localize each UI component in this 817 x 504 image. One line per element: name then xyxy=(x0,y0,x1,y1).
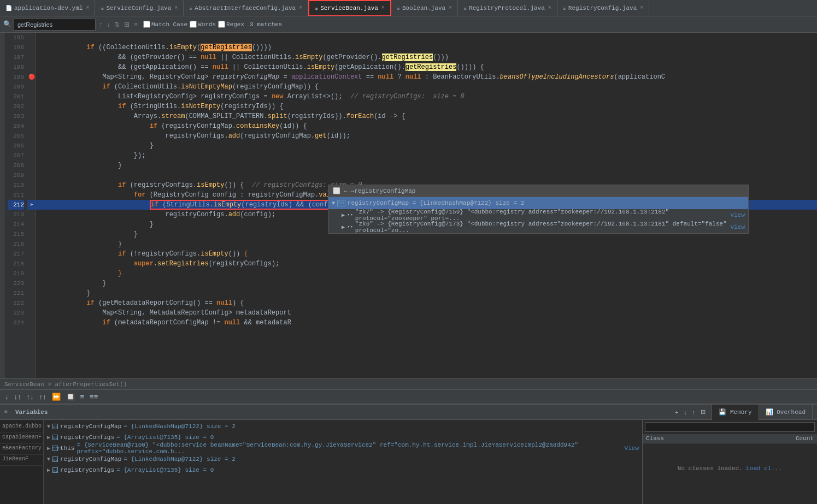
tab-boolean[interactable]: ☕ Boolean.java × xyxy=(391,0,458,16)
var-val-1: = {LinkedHashMap@7122} size = 2 xyxy=(124,423,236,430)
tab-registryconfig[interactable]: ☕ RegistryConfig.java × xyxy=(557,0,649,16)
gutter-209 xyxy=(27,170,36,180)
var-type-icon: oo xyxy=(337,200,345,206)
run-to-cursor-button[interactable]: ↑↑ xyxy=(38,393,48,401)
line-num-214: 214 xyxy=(8,220,24,229)
view-link-this[interactable]: View xyxy=(625,445,639,452)
tab-close[interactable]: × xyxy=(449,5,452,11)
step-into-button[interactable]: ↓↑ xyxy=(13,393,23,401)
gutter: 🔴 ➤ xyxy=(27,33,36,378)
file-icon: 📄 xyxy=(5,5,12,11)
tab-label: RegistryConfig.java xyxy=(568,5,637,11)
back-icon[interactable]: ⬜ xyxy=(333,187,340,194)
search-input[interactable] xyxy=(14,19,96,31)
expand-arrow-zk7: ▶ xyxy=(342,212,345,218)
left-sidebar-labels: apache.dubbo. capableBeanF eBeanFactory … xyxy=(0,420,44,504)
prev-match-button[interactable]: ↑ xyxy=(98,21,103,28)
sidebar-label-1: apache.dubbo. xyxy=(0,422,43,433)
debug-panel-toolbar: + ↓ ↑ ⊞ xyxy=(673,408,707,416)
load-classes-link[interactable]: Load cl... xyxy=(746,465,782,472)
words-checkbox[interactable] xyxy=(190,21,197,28)
gutter-214 xyxy=(27,220,36,229)
filter2-button[interactable]: ⊞ xyxy=(123,21,131,28)
view-link-zk7[interactable]: View xyxy=(731,212,745,218)
match-case-checkbox[interactable] xyxy=(143,21,150,28)
popup-row-zk6[interactable]: ▶ ▪▪ "zk6" -> {RegistryConfig@7173} "<du… xyxy=(328,221,748,233)
var-icon-1: oo xyxy=(52,424,58,429)
gutter-218 xyxy=(27,259,36,269)
debug-down-button[interactable]: ↓ xyxy=(682,409,689,416)
var-icon-2: oo xyxy=(52,435,58,440)
expand-5[interactable]: ▶ xyxy=(47,467,50,473)
frames-button[interactable]: 🔲 xyxy=(64,393,77,401)
expand-4[interactable]: ▼ xyxy=(47,456,50,463)
tab-close[interactable]: × xyxy=(174,5,178,11)
step-over-button[interactable]: ↓ xyxy=(3,393,10,401)
var-val-5: = {ArrayList@7135} size = 0 xyxy=(116,467,214,473)
popup-title-text: registryConfigMap xyxy=(354,188,415,194)
var-row-1[interactable]: ▼ oo registryConfigMap = {LinkedHashMap@… xyxy=(44,421,642,432)
debug-filter-button[interactable]: ⊞ xyxy=(699,408,707,416)
line-num-215: 215 xyxy=(8,229,24,239)
tab-application-dev[interactable]: 📄 application-dev.yml × xyxy=(0,0,95,16)
code-line-224: if (metadataReportConfigMap != null && m… xyxy=(36,318,817,328)
var-row-4[interactable]: ▼ oo registryConfigMap = {LinkedHashMap@… xyxy=(44,454,642,465)
gutter-207 xyxy=(27,151,36,161)
code-line-196: if ((CollectionUtils.isEmpty(getRegistri… xyxy=(36,43,817,52)
gutter-215 xyxy=(27,229,36,239)
var-row-2[interactable]: ▶ oo registryConfigs = {ArrayList@7135} … xyxy=(44,432,642,443)
regex-checkbox[interactable] xyxy=(218,21,225,28)
breadcrumb: ServiceBean > afterPropertiesSet() xyxy=(0,378,817,389)
match-case-label[interactable]: Match Case xyxy=(143,21,187,28)
tab-servicebean[interactable]: ☕ ServiceBean.java × xyxy=(308,0,391,16)
view-link-zk6[interactable]: View xyxy=(731,224,745,230)
expand-1[interactable]: ▼ xyxy=(47,424,50,430)
class-col-header: Class xyxy=(646,435,781,442)
evaluate-button[interactable]: ⏩ xyxy=(50,393,62,401)
tab-close[interactable]: × xyxy=(640,5,643,11)
debug-add-button[interactable]: + xyxy=(673,409,680,416)
code-line-198: && (getApplication() == null || Collecti… xyxy=(36,62,817,72)
filter-button[interactable]: ⇅ xyxy=(113,21,121,28)
debug-up-button[interactable]: ↑ xyxy=(691,409,697,416)
expand-3[interactable]: ▶ xyxy=(47,445,50,452)
memory-tab[interactable]: 💾 Memory xyxy=(712,405,759,420)
regex-label[interactable]: Regex xyxy=(218,21,244,28)
code-line-202: if (StringUtils.isNotEmpty(registryIds))… xyxy=(36,102,817,111)
tab-label: RegistryProtocol.java xyxy=(469,5,545,11)
forward-arrow-icon[interactable]: → xyxy=(351,188,355,194)
threads2-button[interactable]: ≡≡ xyxy=(88,393,99,401)
popup-row-zk7[interactable]: ▶ ▪▪ "zk7" -> {RegistryConfig@7159} "<du… xyxy=(328,209,748,221)
line-num-211: 211 xyxy=(8,190,24,200)
code-line-205: registryConfigs.add(registryConfigMap.ge… xyxy=(36,131,817,141)
tab-serviceconfig[interactable]: ☕ ServiceConfig.java × xyxy=(95,0,184,16)
expand-2[interactable]: ▶ xyxy=(47,434,50,441)
tab-close[interactable]: × xyxy=(86,5,89,11)
code-line-206: } xyxy=(36,141,817,151)
class-search-input[interactable] xyxy=(645,422,815,432)
popup-row-root[interactable]: ▼ oo registryConfigMap = {LinkedHashMap@… xyxy=(328,197,748,209)
overhead-tab[interactable]: 📊 Overhead xyxy=(759,405,813,420)
back-arrow-icon[interactable]: ← xyxy=(344,188,348,194)
gutter-206 xyxy=(27,141,36,151)
gutter-195 xyxy=(27,33,36,43)
var-row-5[interactable]: ▶ oo registryConfigs = {ArrayList@7135} … xyxy=(44,465,642,476)
tab-close[interactable]: × xyxy=(381,5,385,11)
right-table-content: No classes loaded. Load cl... xyxy=(643,443,817,504)
gutter-202 xyxy=(27,102,36,111)
tab-close[interactable]: × xyxy=(299,5,302,11)
step-out-button[interactable]: ↑↓ xyxy=(25,393,36,401)
words-label[interactable]: Words xyxy=(190,21,216,28)
filter3-button[interactable]: ≡ xyxy=(133,21,139,28)
tab-registryprotocol[interactable]: ☕ RegistryProtocol.java × xyxy=(458,0,557,16)
line-num-197: 197 xyxy=(8,52,24,62)
var-icon-5: oo xyxy=(52,467,58,473)
tab-label: AbstractInterfaceConfig.java xyxy=(195,5,296,11)
var-row-3[interactable]: ▶ this this = {ServiceBean@7100} "<dubbo… xyxy=(44,443,642,454)
gutter-204 xyxy=(27,121,36,131)
threads-button[interactable]: ≡ xyxy=(79,393,86,401)
gutter-211 xyxy=(27,190,36,200)
tab-close[interactable]: × xyxy=(548,5,551,11)
next-match-button[interactable]: ↓ xyxy=(105,21,111,28)
tab-abstractinterface[interactable]: ☕ AbstractInterfaceConfig.java × xyxy=(184,0,308,16)
